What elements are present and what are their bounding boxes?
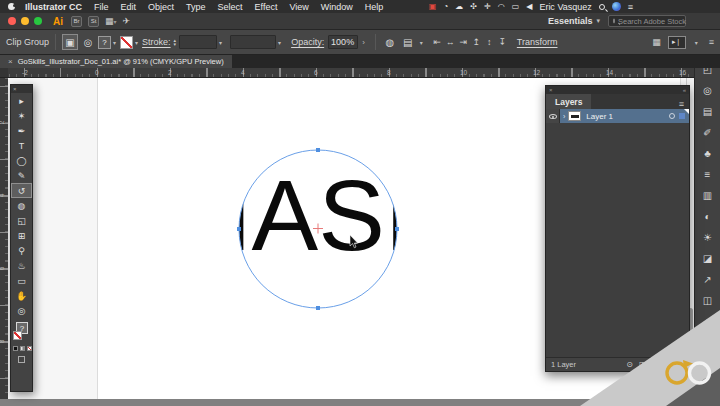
share-icon[interactable]: ✈ [123,16,131,26]
eyedropper-tool[interactable]: ⚲ [11,243,32,258]
type-tool[interactable]: T [11,138,32,153]
vertical-ruler[interactable]: 2468 [0,78,8,399]
horizontal-ruler[interactable]: -20246810121416 [8,68,694,78]
target-circle-icon[interactable] [669,113,675,119]
transparency-panel-icon[interactable]: ◐ [695,206,720,227]
menubar-user[interactable]: Eric Vasquez [539,2,591,12]
expand-arrow-icon[interactable]: › [563,113,565,120]
appearance-panel-icon[interactable]: ☀ [695,227,720,248]
visibility-cell[interactable] [546,109,560,123]
cloud-sync-icon[interactable]: ☁ [455,3,463,11]
symbol-sprayer-tool[interactable]: ♨ [11,258,32,273]
brushes-panel-icon[interactable]: ✐ [695,122,720,143]
spotlight-search-icon[interactable] [599,4,605,10]
character-panel-icon[interactable]: A [695,311,720,332]
asset-export-panel-icon[interactable]: ◎ [695,80,720,101]
gradient-panel-icon[interactable]: ▥ [695,185,720,206]
layer-row[interactable]: › Layer 1 [546,109,689,123]
document-tab[interactable]: × GoSkills_Illustrator_Doc_01.ai* @ 91% … [0,55,232,68]
bluetooth-icon[interactable]: ✛ [484,3,491,11]
screen-recording-icon[interactable]: ▣ [429,3,437,11]
align-right-icon[interactable]: ⇥ [457,37,470,47]
opacity-arrow-icon[interactable]: › [362,38,365,47]
edit-contents-button[interactable]: ◎ [80,34,96,50]
stroke-weight-stepper[interactable]: ▴▾ [174,38,177,46]
perspective-grid-tool[interactable]: ⊞ [11,228,32,243]
bridge-button[interactable]: Br [71,16,82,27]
symbols-panel-icon[interactable]: ♣ [695,143,720,164]
tools-panel-header[interactable]: × [11,85,32,93]
menu-object[interactable]: Object [148,2,174,12]
artboard-tool[interactable]: ▭ [11,273,32,288]
paintbrush-tool[interactable]: ✎ [11,168,32,183]
magic-wand-tool[interactable]: ✶ [11,108,32,123]
app-menu[interactable]: Illustrator CC [25,2,82,12]
airplay-display-icon[interactable]: ▭ [512,3,520,11]
ruler-origin-corner[interactable] [0,68,8,78]
screen-mode-button[interactable] [18,356,25,363]
arrange-documents-icon[interactable]: ▦▾ [105,16,117,26]
workspace-switcher[interactable]: Essentials [548,16,593,26]
opacity-value-field[interactable]: 100% [328,35,358,49]
width-profile-dropdown[interactable] [230,35,276,49]
gradient-button[interactable] [20,346,25,351]
collapse-panel-icon[interactable]: « [683,86,686,94]
menu-window[interactable]: Window [321,2,353,12]
stroke-label[interactable]: Stroke: [142,37,171,47]
opentype-panel-icon[interactable]: O [695,353,720,374]
close-panel-icon[interactable]: × [549,86,553,94]
time-machine-icon[interactable]: ◔ [443,3,448,11]
hand-tool[interactable]: ✋ [11,288,32,303]
paragraph-panel-icon[interactable]: ¶ [695,332,720,353]
layer-name[interactable]: Layer 1 [586,112,613,121]
stock-button[interactable]: St [88,16,99,27]
close-window-button[interactable] [8,17,16,25]
ellipse-tool[interactable]: ◯ [11,153,32,168]
panel-menu-icon[interactable]: ≡ [674,99,689,109]
color-button[interactable] [13,346,18,351]
pen-tool[interactable]: ✒ [11,123,32,138]
opacity-label[interactable]: Opacity: [291,37,324,47]
selection-tool[interactable]: ▸ [11,93,32,108]
delete-selection-icon[interactable]: ▯ [680,360,684,369]
chevron-down-icon[interactable]: ▾ [135,39,138,46]
zoom-window-button[interactable] [34,17,42,25]
chevron-down-icon[interactable]: ▾ [420,39,423,46]
zoom-tool[interactable]: ◎ [11,303,32,318]
tab-layers[interactable]: Layers [546,94,591,109]
stroke-panel-icon[interactable]: ≡ [695,164,720,185]
make-clipping-mask-icon[interactable]: ◫ [639,360,647,369]
menu-edit[interactable]: Edit [121,2,137,12]
align-middle-icon[interactable]: ↕ [483,37,496,47]
shape-builder-tool[interactable]: ◱ [11,213,32,228]
align-bottom-icon[interactable]: ↧ [496,37,509,47]
align-center-icon[interactable]: ↔ [444,37,457,47]
chevron-down-icon[interactable]: ▾ [219,39,222,46]
document-setup-icon[interactable]: ▤ [400,34,416,50]
new-layer-icon[interactable]: ▣ [666,360,674,369]
chevron-down-icon[interactable]: ▾ [695,39,698,46]
stroke-weight-field[interactable] [179,35,217,49]
width-tool[interactable]: ◍ [11,198,32,213]
align-left-icon[interactable]: ⇤ [431,37,444,47]
chevron-down-icon[interactable]: ▾ [113,39,116,46]
chevron-down-icon[interactable]: ▾ [278,39,281,46]
graphic-styles-panel-icon[interactable]: ◪ [695,248,720,269]
menu-effect[interactable]: Effect [255,2,278,12]
none-button[interactable] [27,346,32,351]
apple-menu-icon[interactable] [8,3,15,10]
fill-color-swatch[interactable]: ? [98,36,111,49]
siri-icon[interactable] [612,2,621,11]
menu-file[interactable]: File [94,2,109,12]
horizontal-scrollbar[interactable] [0,399,720,406]
menu-type[interactable]: Type [186,2,206,12]
transform-label[interactable]: Transform [517,37,558,47]
align-top-icon[interactable]: ↥ [470,37,483,47]
menu-view[interactable]: View [289,2,308,12]
new-sublayer-icon[interactable]: ◳ [652,360,660,369]
notification-center-icon[interactable]: ≡ [628,2,633,12]
volume-icon[interactable]: ◀ [526,3,532,11]
wifi-icon[interactable]: ◠ [498,3,505,11]
menu-help[interactable]: Help [365,2,384,12]
menu-select[interactable]: Select [218,2,243,12]
